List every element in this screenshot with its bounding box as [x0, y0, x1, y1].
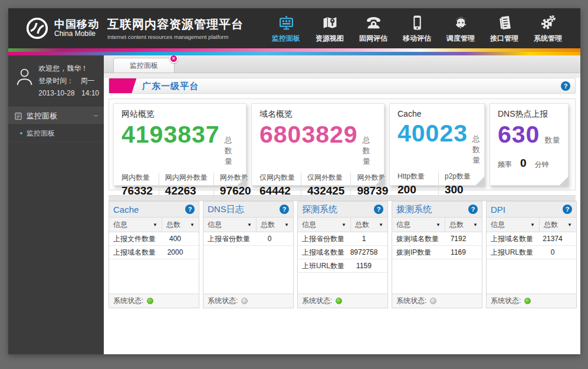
stat-label: 网外数量	[220, 173, 251, 183]
card-big-label: 数量	[544, 135, 560, 146]
tab-close-icon[interactable]: ×	[169, 55, 178, 63]
column-label: 总数	[261, 220, 275, 230]
sidebar-group-monitor-panel[interactable]: 监控面板 −	[8, 107, 104, 125]
chevron-down-icon: ▼	[284, 222, 289, 228]
stat-value: 200	[398, 183, 425, 196]
tab-monitor-panel[interactable]: 监控面板 ×	[113, 58, 175, 73]
login-date: 2013-10-28	[38, 89, 74, 97]
column-header-total[interactable]: 总数▼	[162, 218, 199, 232]
chevron-down-icon: ▼	[530, 222, 535, 228]
tab-strip: 监控面板 ×	[104, 55, 580, 73]
help-icon[interactable]: ?	[468, 205, 478, 214]
column-header-info[interactable]: 信息▼	[487, 218, 540, 232]
table-title: Cache	[113, 205, 185, 215]
sidebar-item-monitor-panel[interactable]: 监控面板	[8, 125, 104, 142]
app-window: 中国移动 China Mobile 互联网内容资源管理平台 Internet c…	[8, 8, 580, 354]
nav-item-monitor-panel[interactable]: 监控面板	[264, 13, 308, 44]
row-label: 上报省份数量	[208, 234, 250, 244]
stat-value: 432425	[307, 185, 344, 197]
card-big-label: 总数量	[225, 135, 238, 167]
column-header-total[interactable]: 总数▼	[351, 218, 387, 232]
stat-value: 300	[445, 183, 471, 196]
column-header-info[interactable]: 信息▼	[203, 218, 257, 232]
table-dial-test-system: 拨测系统? 信息▼ 总数▼ 拨测域名数量7192 拨测IP数量1169 系统状态…	[392, 201, 482, 308]
login-day: 周一	[81, 77, 95, 85]
row-value: 0	[533, 248, 572, 256]
help-icon[interactable]: ?	[185, 205, 195, 214]
app-title-cn: 互联网内容资源管理平台	[107, 17, 244, 32]
nav-item-interface-mgmt[interactable]: 接口管理	[482, 13, 526, 44]
main-nav: 监控面板 资源视图	[264, 13, 570, 44]
freq-unit: 分钟	[535, 160, 549, 170]
row-label: 上报URL数量	[491, 248, 533, 258]
column-label: 总数	[449, 220, 464, 230]
sidebar: 欢迎您，魏华！ 登录时间： 周一 2013-10-28 14:10	[8, 55, 104, 354]
column-header-info[interactable]: 信息▼	[392, 218, 445, 232]
column-label: 信息	[302, 220, 316, 230]
panel-title: 广东一级平台	[142, 78, 199, 94]
headset-operator-icon	[453, 13, 469, 31]
nav-item-mobile-eval[interactable]: 移动评估	[395, 13, 439, 44]
nav-item-resource-view[interactable]: 资源视图	[308, 13, 352, 44]
help-icon[interactable]: ?	[563, 205, 572, 214]
column-header-total[interactable]: 总数▼	[540, 218, 576, 232]
stat-label: p2p数量	[445, 172, 471, 182]
row-label: 上报省份数量	[302, 234, 344, 244]
telephone-icon	[366, 13, 382, 31]
status-dot	[241, 298, 248, 304]
nav-item-fixed-network-eval[interactable]: 固网评估	[352, 13, 395, 44]
status-label: 系统状态:	[491, 296, 521, 306]
bullet-icon	[20, 132, 22, 134]
help-icon[interactable]: ?	[374, 205, 383, 214]
table-dns-log: DNS日志? 信息▼ 总数▼ 上报省份数量0 系统状态:	[203, 201, 294, 308]
nav-item-dispatch-mgmt[interactable]: 调度管理	[439, 13, 482, 44]
nav-label: 调度管理	[446, 34, 475, 44]
chevron-down-icon: ▼	[436, 222, 441, 228]
china-mobile-logo: 中国移动 China Mobile	[25, 16, 99, 41]
table-row: 拨测域名数量7192	[392, 232, 482, 246]
chevron-down-icon: ▼	[567, 222, 572, 228]
summary-cards-panel: 网站概览 4193837 总数量 网内数量 76332 网内网外数量	[109, 98, 576, 190]
table-row: 上报省份数量1	[298, 232, 387, 246]
status-dot	[147, 298, 153, 304]
column-header-info[interactable]: 信息▼	[109, 218, 162, 232]
card-domain-overview: 域名概览 6803829 总数量 仅网内数量 64442 仅网外数量	[251, 103, 385, 186]
collapse-icon[interactable]: −	[93, 111, 98, 120]
login-datetime-line: 2013-10-28 14:10	[38, 87, 99, 100]
table-title: DNS日志	[208, 204, 280, 215]
table-title: 拨测系统	[396, 204, 468, 215]
card-big-number: 6803829	[259, 121, 358, 149]
system-status-bar: 系统状态:	[203, 294, 293, 308]
main-content: 监控面板 × 广东一级平台 ? 网站概览 4193837 总数量	[104, 55, 580, 354]
stat-label: 网内网外数量	[165, 173, 208, 183]
card-big-label: 总数量	[363, 135, 376, 167]
chevron-down-icon: ▼	[341, 222, 346, 228]
nav-label: 固网评估	[359, 34, 387, 44]
column-header-total[interactable]: 总数▼	[445, 218, 482, 232]
table-row: 上报域名数量2000	[109, 246, 199, 259]
column-header-info[interactable]: 信息▼	[298, 218, 351, 232]
app-header: 中国移动 China Mobile 互联网内容资源管理平台 Internet c…	[8, 8, 580, 48]
card-big-number: 4193837	[121, 121, 220, 149]
system-status-bar: 系统状态:	[109, 294, 199, 308]
panel-flag-decoration	[109, 78, 136, 94]
card-big-label: 总数量	[472, 134, 480, 166]
card-stat: Http数量 200	[398, 172, 431, 196]
column-label: 信息	[491, 220, 505, 230]
table-title: DPI	[491, 205, 563, 215]
row-label: 上班URL数量	[302, 261, 344, 271]
map-icon	[322, 13, 338, 31]
table-row: 拨测IP数量1169	[392, 246, 482, 259]
table-cache: Cache? 信息▼ 总数▼ 上报文件数量400 上报域名数量2000 系统状态…	[109, 201, 199, 308]
table-probe-system: 探测系统? 信息▼ 总数▼ 上报省份数量1 上报域名数量8972758 上班UR…	[297, 201, 388, 308]
status-label: 系统状态:	[208, 296, 238, 306]
help-icon[interactable]: ?	[561, 81, 570, 91]
chevron-down-icon: ▼	[153, 222, 157, 228]
card-big-number: 40023	[398, 120, 468, 147]
row-label: 上报域名数量	[491, 234, 533, 244]
help-icon[interactable]: ?	[280, 205, 289, 214]
nav-item-system-mgmt[interactable]: 系统管理	[526, 13, 570, 44]
system-status-bar: 系统状态:	[298, 294, 387, 308]
column-header-total[interactable]: 总数▼	[257, 218, 293, 232]
table-row: 上报URL数量0	[487, 246, 576, 259]
